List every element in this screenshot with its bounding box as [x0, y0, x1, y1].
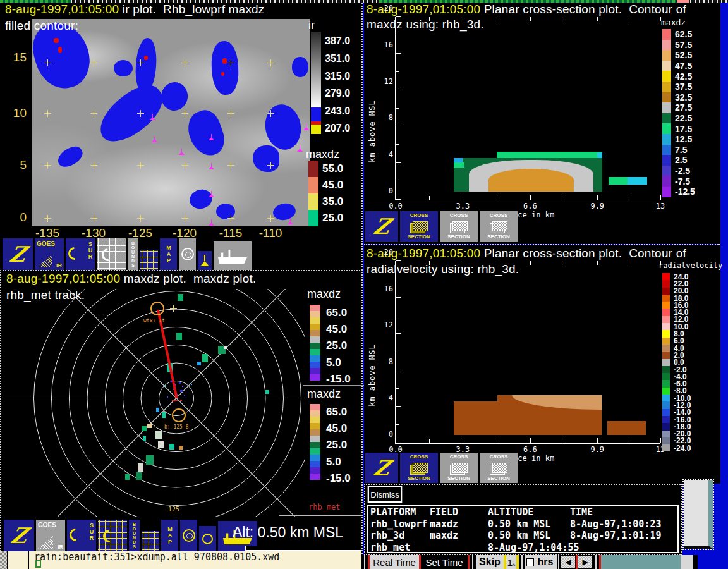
radar-echo-cell [169, 444, 174, 450]
grid-radar-button[interactable] [98, 520, 127, 551]
polar-grid-button[interactable] [179, 238, 196, 270]
radar-echo-cell [147, 424, 152, 428]
track-start-circle [150, 302, 164, 315]
cross-section-button[interactable]: CROSSSECTION [480, 211, 518, 242]
grid-radar-button[interactable] [97, 238, 126, 270]
cloud-blob [114, 60, 133, 76]
surveillance-radar-button[interactable]: SUR [66, 238, 95, 270]
radar-maxdz-scale2-value: 25.0 [326, 439, 347, 451]
map-button[interactable]: MAP [160, 238, 177, 270]
maxdz-xsection-title: 8-aug-1997,01:05:00 Planar cross-section… [367, 3, 686, 16]
goes-ir-button[interactable]: GOESIR [36, 520, 65, 551]
cross-section-button[interactable]: CROSSSECTION [440, 211, 478, 242]
cloud-blob [292, 57, 308, 77]
radar-echo-cell [156, 408, 159, 412]
desktop: 8-aug-1997,01:05:00 ir plot. Rhb_lowprf … [0, 0, 728, 569]
radar-maxdz-scale1-title: maxdz [307, 288, 341, 301]
ir-scale-value: 351.0 [325, 53, 350, 64]
zebra-logo-button[interactable]: Z [4, 520, 34, 551]
goes-ir-button[interactable]: GOESIR [35, 238, 64, 270]
y-axis-name: km above MSL [368, 61, 377, 162]
buoy-marker [297, 145, 303, 152]
left-arrow-icon: ◀ [565, 558, 571, 566]
zebra-logo-button[interactable]: Z [365, 211, 398, 242]
maxdz-xsection-plot[interactable]: 048121620 0.03.36.69.913 km above MSL Di… [395, 17, 660, 200]
circle-button[interactable] [199, 526, 216, 551]
hours-units-button[interactable]: hrs [534, 555, 557, 569]
polar-grid-button[interactable] [180, 520, 197, 551]
platform-table: PLATFORM FIELD ALTITUDE TIME rhb_lowprfm… [367, 505, 679, 553]
radialvelocity-xsection-plot[interactable]: 048121620 0.03.36.69.913 km above MSL Di… [395, 261, 660, 444]
colorbar-swatch [310, 343, 320, 349]
grid-plus-marker [90, 162, 97, 169]
small-grid-button[interactable] [142, 531, 159, 551]
cross-section-button[interactable]: CROSSSECTION [480, 453, 518, 483]
skip-button[interactable]: Skip [476, 555, 504, 569]
maxdz-contour-region [454, 162, 465, 168]
small-grid-button[interactable] [140, 250, 158, 270]
grid-plus-marker [228, 59, 234, 66]
radar-echo-cell [138, 463, 143, 472]
radar-echo-cell [158, 441, 164, 448]
step-forward-button[interactable]: ▶ [578, 555, 593, 569]
grid-plus-marker [44, 215, 51, 222]
bounds-button[interactable]: BOUNDS [128, 238, 138, 270]
real-time-button[interactable]: Real Time [370, 555, 419, 569]
colorbar-swatch [310, 410, 320, 417]
background-window[interactable] [684, 480, 713, 549]
ir-scale-value: 315.0 [325, 71, 350, 82]
radialvelocity-colorbar-title: radialvelocity [658, 261, 722, 270]
colorbar-swatch [310, 461, 320, 467]
radar-maxdz-scale1-value: 65.0 [326, 307, 347, 319]
y-minor-tick [396, 108, 399, 109]
xsection-toolbar: Z CROSSSECTION CROSSSECTION CROSSSECTION [365, 211, 518, 242]
cross-section-button[interactable]: CROSSSECTION [440, 453, 478, 483]
maxdz-contour-region [609, 177, 628, 185]
y-minor-tick [396, 352, 399, 352]
maxdz-colorbar-entry: 37.5 [662, 82, 695, 92]
buoy-marker [303, 124, 309, 130]
y-minor-tick [396, 71, 399, 72]
skip-value-input[interactable]: 1^ [506, 555, 516, 569]
ir-scale-value: 243.0 [325, 106, 350, 117]
radialvelocity-colorbar-entry: -24.0 [662, 444, 691, 451]
radar-echo-cell [191, 384, 192, 385]
grid-plus-marker [267, 110, 274, 117]
grid-plus-marker [228, 110, 234, 117]
zebra-logo-button[interactable]: Z [365, 453, 398, 483]
cross-section-button-active[interactable]: CROSSSECTION [400, 453, 438, 483]
zebra-logo-button[interactable]: Z [3, 238, 33, 270]
caret-icon: ^ [513, 563, 515, 569]
track-end-label: b:-125-8 [164, 424, 189, 430]
table-header-row: PLATFORM FIELD ALTITUDE TIME [370, 506, 677, 518]
dismiss-button[interactable]: Dismiss [368, 486, 402, 503]
terminal-scrollbar[interactable] [0, 551, 8, 569]
map-button[interactable]: MAP [161, 520, 178, 551]
radar-echo-cell [162, 412, 166, 418]
ir-scale-value: 279.0 [325, 88, 350, 99]
bounds-button[interactable]: BOUNDS [129, 520, 140, 551]
table-row: rhb_3dmaxdz 0.50 km MSL8-Aug-97,1:01:19 [370, 530, 677, 542]
set-time-button[interactable]: Set Time [421, 555, 468, 569]
radar-ppi-display[interactable]: wtx+-+t b:-125-8 -125 [1, 289, 305, 517]
cross-section-button-active[interactable]: CROSSSECTION [400, 211, 438, 242]
y-minor-tick [396, 315, 399, 315]
radar-echo-cell [179, 446, 183, 450]
maxdz-contour-region [597, 152, 602, 158]
step-back-button[interactable]: ◀ [561, 555, 576, 569]
buoy-marker [179, 149, 185, 155]
y-minor-tick [396, 181, 399, 181]
right-arrow-icon: ▶ [582, 558, 588, 566]
ir-colorbar [311, 32, 321, 134]
radar-echo-cell [182, 386, 183, 387]
maxdz-colorbar-entry: 57.5 [662, 40, 695, 51]
buoy-button[interactable] [198, 251, 212, 270]
radialvelocity-contour-region [454, 401, 499, 435]
satellite-image[interactable] [32, 19, 310, 226]
surveillance-radar-button[interactable]: SUR [67, 520, 96, 551]
radar-maxdz-scale2-value: 5.0 [326, 456, 341, 468]
radar-echo-cell [176, 333, 182, 340]
polar-grid-icon [181, 248, 194, 260]
terminal-window[interactable]: rain:beaufait:351>xdump.all 970808.0105.… [0, 551, 361, 569]
ship-button[interactable] [214, 241, 252, 270]
